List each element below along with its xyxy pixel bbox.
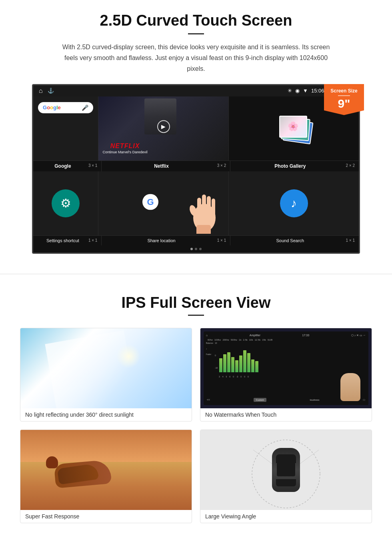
svg-rect-7 [207, 196, 211, 217]
app-labels-row1: Google 3 × 1 Netflix 3 × 2 Photo Gallery… [33, 161, 359, 171]
app-grid-row2: ⚙ G G [33, 171, 359, 235]
gallery-app-name: Photo Gallery [274, 163, 306, 169]
sound-app-name: Sound Search [276, 238, 304, 243]
sunlight-label: No light reflecting under 360° direct su… [20, 408, 192, 421]
title-divider [188, 33, 204, 34]
amp-screen: ⌂ Amplifier 17:33 ⬡ ♪ ✕ ▭ ← 60hz100hz200… [204, 331, 368, 405]
light-beam [45, 330, 144, 408]
amp-hand [340, 373, 360, 401]
loudness-toggle-icon[interactable]: ⬭ [363, 398, 365, 401]
feature-sunlight-card: No light reflecting under 360° direct su… [20, 328, 192, 422]
viewing-angle-label: Large Viewing Angle [200, 510, 372, 523]
app-grid-row1: Google 🎤 ▶ [33, 96, 359, 161]
custom-button[interactable]: Custom [254, 398, 267, 402]
eq-bar-2 [223, 354, 226, 372]
amp-nav-left: << [207, 398, 210, 401]
dot-2 [195, 248, 197, 250]
badge-divider [338, 95, 350, 96]
section1-title: 2.5D Curved Touch Screen [24, 12, 368, 29]
share-location-cell[interactable]: G G [98, 171, 229, 235]
settings-icon[interactable]: ⚙ [52, 189, 80, 217]
hand-overlay [184, 178, 224, 235]
status-bar: ⌂ ⚓ ✳ ◉ ▼ 15:06 ⬡ ♪ ✕ ▭ [33, 85, 359, 96]
badge-label: Screen Size [327, 88, 361, 94]
eq-bar-9 [251, 359, 254, 372]
netflix-overlay: NETFLIX Continue Marvel's Daredevil [102, 143, 147, 154]
sound-search-cell[interactable]: ♪ [229, 171, 359, 235]
photo-stack: 🌸 [276, 112, 312, 149]
netflix-widget[interactable]: ▶ NETFLIX Continue Marvel's Daredevil [98, 96, 228, 161]
android-screen: ⌂ ⚓ ✳ ◉ ▼ 15:06 ⬡ ♪ ✕ ▭ [32, 84, 360, 254]
netflix-logo: NETFLIX [102, 143, 147, 150]
svg-rect-9 [196, 225, 211, 234]
eq-bar-5 [235, 360, 238, 372]
share-app-name: Share location [147, 238, 175, 243]
google-widget-cell[interactable]: Google 🎤 [33, 96, 98, 161]
google-app-size: 3 × 1 [88, 163, 98, 168]
car-image [200, 430, 372, 510]
screen-size-badge: Screen Size 9" [324, 84, 364, 115]
section1-description: With 2.5D curved-display screen, this de… [60, 42, 332, 74]
amplifier-image: ⌂ Amplifier 17:33 ⬡ ♪ ✕ ▭ ← 60hz100hz200… [200, 328, 372, 408]
cheetah-head [46, 456, 58, 468]
amp-home-icon: ⌂ [206, 334, 208, 337]
google-logo: Google [43, 104, 61, 110]
google-label: Google 3 × 1 [33, 161, 102, 171]
netflix-widget-cell[interactable]: ▶ NETFLIX Continue Marvel's Daredevil [98, 96, 229, 161]
section2-divider [188, 315, 204, 316]
home-icon[interactable]: ⌂ [39, 87, 43, 94]
usb-icon: ⚓ [48, 88, 54, 94]
gallery-app-size: 2 × 2 [346, 163, 355, 168]
sky-gradient [20, 430, 192, 462]
eq-bar-4 [231, 357, 234, 372]
feature-car-card: Large Viewing Angle [200, 430, 372, 523]
share-label: Share location 1 × 1 [102, 236, 230, 245]
dot-1 [190, 248, 193, 250]
netflix-label: Netflix 3 × 2 [102, 161, 230, 171]
play-button-icon[interactable]: ▶ [157, 120, 170, 133]
device-wrapper: Screen Size 9" ⌂ ⚓ ✳ ◉ ▼ 15:06 [32, 84, 360, 254]
amp-icons: ⬡ ♪ ✕ ▭ ← [351, 334, 366, 337]
watermarks-label: No Watermarks When Touch [200, 408, 372, 421]
bluetooth-icon: ✳ [288, 88, 292, 94]
netflix-app-name: Netflix [154, 163, 169, 169]
sound-label: Sound Search 1 × 1 [230, 236, 359, 245]
eq-bar-1 [219, 358, 222, 372]
eq-bar-10 [255, 361, 258, 372]
car-windshield-top [276, 454, 296, 463]
loudness-label: loudness [310, 399, 320, 401]
netflix-app-size: 3 × 2 [217, 163, 226, 168]
svg-text:G: G [147, 197, 154, 207]
location-icon: ◉ [295, 88, 300, 94]
app-labels-row2: Settings shortcut 1 × 1 Share location 1… [33, 235, 359, 245]
equalizer-bars [219, 342, 258, 374]
fast-response-label: Super Fast Response [20, 510, 192, 523]
google-search-bar[interactable]: Google 🎤 [38, 102, 93, 113]
photo-card-front: 🌸 [279, 116, 307, 138]
section2-title: IPS Full Screen View [20, 294, 372, 311]
car-rear-window [276, 479, 296, 486]
google-widget[interactable]: Google 🎤 [33, 96, 98, 117]
eq-bar-8 [247, 353, 250, 372]
time-display: 15:06 [311, 88, 324, 94]
section-divider [0, 274, 392, 274]
settings-label: Settings shortcut 1 × 1 [33, 236, 102, 245]
feature-cheetah-card: Super Fast Response [20, 430, 192, 523]
share-app-size: 1 × 1 [217, 238, 226, 243]
svg-rect-5 [197, 198, 201, 217]
sun-rays [116, 344, 140, 368]
svg-rect-6 [202, 195, 206, 216]
music-note-icon[interactable]: ♪ [280, 189, 308, 217]
car-roof-top [277, 462, 295, 476]
google-app-name: Google [54, 163, 71, 169]
svg-rect-8 [212, 199, 215, 217]
flower-icon: 🌸 [288, 121, 298, 132]
wifi-icon: ▼ [303, 88, 308, 94]
car-body-top [272, 448, 300, 492]
mic-icon[interactable]: 🎤 [82, 104, 88, 111]
settings-shortcut-cell[interactable]: ⚙ [33, 171, 98, 235]
sunlight-image [20, 328, 192, 408]
eq-bar-7 [243, 350, 246, 372]
amp-title: Amplifier [250, 334, 260, 337]
sound-app-size: 1 × 1 [346, 238, 355, 243]
